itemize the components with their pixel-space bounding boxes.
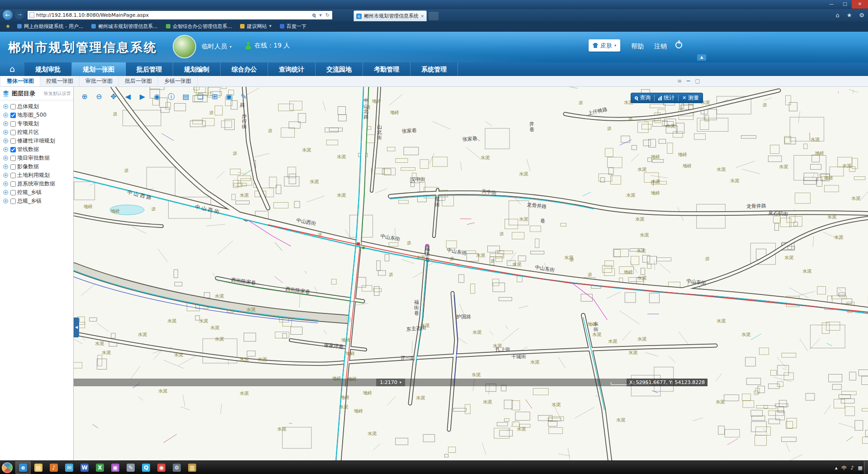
swap-view-icon[interactable]: ⊞ (209, 91, 220, 102)
layer-checkbox[interactable] (10, 181, 16, 187)
back-button[interactable]: ← (2, 9, 13, 20)
new-tab-button[interactable] (429, 12, 439, 20)
layer-item-地形图_500[interactable]: +地形图_500 (0, 111, 73, 119)
reset-default-link[interactable]: 恢复默认设置 (44, 90, 71, 97)
pan-icon[interactable]: ✥ (108, 91, 119, 102)
word-app-icon[interactable]: W (77, 461, 92, 474)
url-input[interactable] (36, 12, 310, 18)
scale-selector[interactable]: 1:2170 ▾ (376, 379, 405, 386)
layer-checkbox[interactable] (10, 104, 16, 109)
nav-item-系统管理[interactable]: 系统管理 (410, 62, 458, 76)
layer-item-管线数据[interactable]: +管线数据 (0, 145, 73, 154)
layer-item-修建性详细规划[interactable]: +修建性详细规划 (0, 137, 73, 145)
logout-link[interactable]: 注销 (654, 43, 667, 51)
internet-explorer-icon[interactable]: e (15, 461, 31, 474)
collapse-header-button[interactable]: ▲ (697, 54, 706, 61)
favorite-item-郴州城市规划管理信息系...[interactable]: 郴州城市规划管理信息系... (87, 21, 162, 32)
search-icon[interactable] (311, 12, 316, 18)
subtab-整体一张图[interactable]: 整体一张图 (1, 76, 40, 86)
ime-indicator[interactable]: 中 (842, 465, 847, 471)
layer-item-原系统审批数据[interactable]: +原系统审批数据 (0, 180, 73, 188)
subtab-乡镇一张图[interactable]: 乡镇一张图 (158, 76, 198, 86)
layer-item-控规片区[interactable]: +控规片区 (0, 128, 73, 137)
show-desktop-button[interactable] (864, 461, 868, 474)
expand-icon[interactable]: + (3, 164, 8, 169)
statistics-button[interactable]: 统计 (658, 94, 675, 102)
expand-icon[interactable]: + (3, 173, 8, 178)
layer-item-控规_乡镇[interactable]: +控规_乡镇 (0, 188, 73, 197)
help-link[interactable]: 帮助 (631, 43, 644, 51)
nav-item-查询统计[interactable]: 查询统计 (268, 62, 316, 76)
layer-item-项目审批数据[interactable]: +项目审批数据 (0, 154, 73, 162)
expand-icon[interactable]: + (3, 147, 8, 152)
tab-close-icon[interactable]: ✕ (420, 14, 424, 19)
archive-app-icon[interactable]: ▥ (184, 461, 200, 474)
identify-icon[interactable]: ⓘ (166, 91, 177, 102)
collapse-panel-button[interactable]: ◀ (74, 318, 79, 337)
sketch-icon[interactable]: ✎ (238, 91, 249, 102)
next-view-icon[interactable]: ▶ (137, 91, 148, 102)
mail-icon[interactable]: ✉ (61, 461, 77, 474)
network-icon[interactable]: ▦ (858, 465, 863, 471)
full-extent-icon[interactable]: ◉ (151, 91, 162, 102)
layer-checkbox[interactable] (10, 199, 16, 204)
expand-icon[interactable]: + (3, 130, 8, 135)
url-dropdown-icon[interactable]: ▾ (318, 12, 323, 18)
tray-expand-icon[interactable]: ▴ (835, 465, 838, 471)
expand-icon[interactable]: + (3, 181, 8, 186)
browser-2-icon[interactable]: ◉ (154, 461, 169, 474)
settings-app-icon[interactable]: ⚙ (169, 461, 184, 474)
expand-icon[interactable]: + (3, 138, 8, 143)
excel-app-icon[interactable]: X (92, 461, 108, 474)
address-bar[interactable]: ▾ ↻ (27, 10, 333, 20)
home-icon[interactable]: ⌂ (0, 62, 24, 76)
nav-item-规划审批[interactable]: 规划审批 (24, 62, 72, 76)
favorite-item-网上自助报建系统 - 用户...[interactable]: 网上自助报建系统 - 用户... (13, 21, 87, 32)
minimize-button[interactable]: — (825, 0, 838, 9)
map-canvas[interactable]: 中 山 西 路中 山 西 街中山西街中山东街中山东街中山东街中山东街中山北路山北… (74, 87, 868, 460)
start-button[interactable] (2, 462, 13, 473)
skin-button[interactable]: 皮肤 ▾ (589, 39, 620, 52)
expand-icon[interactable]: + (3, 104, 8, 109)
panel-minimize-icon[interactable]: ━ (687, 78, 690, 84)
layer-checkbox[interactable] (10, 121, 16, 127)
expand-icon[interactable]: + (3, 190, 8, 195)
favorite-item-百度一下[interactable]: 百度一下 (276, 21, 311, 32)
layer-item-影像数据[interactable]: +影像数据 (0, 162, 73, 171)
qq-icon[interactable]: Q (138, 461, 154, 474)
subtab-审批一张图[interactable]: 审批一张图 (80, 76, 119, 86)
layer-checkbox[interactable] (10, 130, 16, 135)
favorites-star-icon[interactable]: ★ (3, 23, 13, 29)
layer-item-总体规划[interactable]: +总体规划 (0, 102, 73, 111)
browser-tab[interactable]: e 郴州市规划管理信息系统 ✕ (354, 10, 427, 21)
nav-item-综合办公[interactable]: 综合办公 (221, 62, 268, 76)
layer-checkbox[interactable] (10, 173, 16, 178)
image-viewer-icon[interactable]: ▣ (108, 461, 123, 474)
volume-icon[interactable]: ♪ (851, 465, 854, 471)
nav-item-考勤管理[interactable]: 考勤管理 (363, 62, 410, 76)
forward-button[interactable]: → (15, 10, 24, 19)
browser-settings-icon[interactable]: ⚙ (859, 12, 864, 19)
zoom-in-icon[interactable]: ⊕ (79, 91, 90, 102)
nav-item-规划一张图[interactable]: 规划一张图 (72, 62, 126, 76)
nav-item-交流园地[interactable]: 交流园地 (316, 62, 363, 76)
panel-maximize-icon[interactable]: ▢ (695, 78, 700, 84)
subtab-控规一张图[interactable]: 控规一张图 (40, 76, 80, 86)
maximize-button[interactable]: □ (838, 0, 852, 9)
subtab-批后一张图[interactable]: 批后一张图 (119, 76, 158, 86)
layer-checkbox[interactable] (10, 138, 16, 144)
layer-checkbox[interactable] (10, 147, 16, 152)
layer-checkbox[interactable] (10, 190, 16, 195)
expand-icon[interactable]: + (3, 156, 8, 161)
expand-icon[interactable]: + (3, 113, 8, 118)
expand-icon[interactable]: + (3, 121, 8, 126)
browser-home-icon[interactable]: ⌂ (835, 12, 839, 19)
print-icon[interactable]: ▤ (180, 91, 191, 102)
user-role-dropdown[interactable]: 临时人员 ▾ (202, 43, 231, 51)
export-map-icon[interactable]: ❏ (195, 91, 206, 102)
nav-item-批后管理[interactable]: 批后管理 (126, 62, 173, 76)
measure-button[interactable]: ✕测量 (682, 94, 699, 102)
browser-favorites-icon[interactable]: ★ (847, 12, 852, 19)
refresh-icon[interactable]: ↻ (325, 12, 330, 18)
layer-item-总规_乡镇[interactable]: +总规_乡镇 (0, 197, 73, 205)
